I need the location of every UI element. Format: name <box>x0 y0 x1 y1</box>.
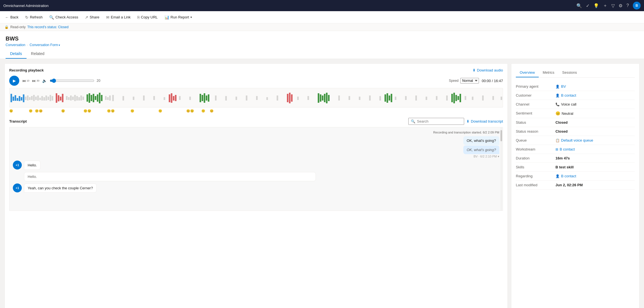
svg-rect-31 <box>318 93 319 103</box>
svg-rect-29 <box>206 95 207 101</box>
svg-rect-53 <box>39 98 41 100</box>
svg-rect-0 <box>11 94 12 102</box>
play-button[interactable]: ▶ <box>9 76 19 86</box>
svg-rect-5 <box>21 97 22 101</box>
readonly-banner: 🔒 Read-only This record's status: Closed <box>0 23 644 31</box>
right-panel: Overview Metrics Sessions Primary agent … <box>511 63 640 308</box>
svg-rect-86 <box>277 95 278 101</box>
primary-agent-link[interactable]: BV <box>561 84 566 89</box>
svg-rect-41 <box>451 94 453 102</box>
seek-slider[interactable] <box>50 78 94 83</box>
svg-rect-45 <box>459 94 461 102</box>
svg-rect-25 <box>101 95 102 101</box>
filter-icon[interactable]: ▽ <box>611 3 615 8</box>
speed-select[interactable]: Normal 0.5x 0.75x 1.25x 1.5x 2x <box>460 78 479 83</box>
customer-link[interactable]: B contact <box>561 93 576 97</box>
svg-rect-22 <box>95 96 96 100</box>
copy-icon: ⎘ <box>137 15 140 20</box>
refresh-button[interactable]: ↻ Refresh <box>22 14 46 21</box>
info-row-queue: Queue 📋 Default voice queue <box>516 136 635 145</box>
svg-rect-87 <box>297 97 299 100</box>
workstream-link[interactable]: B contact <box>560 147 575 151</box>
regarding-link[interactable]: B contact <box>561 174 576 178</box>
tab-related[interactable]: Related <box>27 49 49 59</box>
volume-button[interactable]: 🔈 <box>42 78 47 83</box>
skip-back-icon: ⏮ <box>22 78 26 83</box>
svg-rect-65 <box>76 96 78 101</box>
svg-rect-97 <box>426 97 427 100</box>
svg-rect-16 <box>289 93 291 103</box>
plus-icon[interactable]: ＋ <box>603 3 607 9</box>
tab-overview[interactable]: Overview <box>516 68 539 77</box>
queue-link[interactable]: Default voice queue <box>561 138 593 142</box>
search-icon[interactable]: 🔍 <box>576 3 582 8</box>
info-row-channel: Channel 📞 Voice call <box>516 100 635 109</box>
bubble-right-ghost-1: OK, what's going? <box>463 145 499 154</box>
svg-rect-91 <box>359 97 361 100</box>
checkmark-circle-icon[interactable]: ✓ <box>586 3 590 8</box>
breadcrumb: Conversation · Conversation Form ▾ <box>6 43 638 47</box>
svg-rect-10 <box>62 94 64 102</box>
copy-url-button[interactable]: ⎘ Copy URL <box>135 14 161 21</box>
top-navbar: Omnichannel Administration 🔍 ✓ 💡 ＋ ▽ ⚙ ?… <box>0 0 644 11</box>
customer-person-icon: 👤 <box>555 94 560 97</box>
search-input[interactable] <box>417 119 462 123</box>
email-link-button[interactable]: ✉ Email a Link <box>103 14 133 21</box>
svg-rect-28 <box>204 93 205 103</box>
info-row-customer: Customer 👤 B contact <box>516 91 635 100</box>
download-transcript-button[interactable]: ⬇ Download transcript <box>466 119 503 123</box>
svg-rect-3 <box>17 98 18 101</box>
app-title: Omnichannel Administration <box>3 4 49 8</box>
svg-rect-47 <box>27 95 29 101</box>
skip-back-button[interactable]: ⏮ 10 <box>22 78 29 83</box>
lightbulb-icon[interactable]: 💡 <box>593 3 599 8</box>
user-avatar[interactable]: B <box>633 2 641 9</box>
scroll-indicator <box>500 127 502 211</box>
svg-rect-77 <box>164 97 165 100</box>
share-button[interactable]: ↗ Share <box>82 14 102 21</box>
toolbar: ← Back ↻ Refresh 🔍 Check Access ↗ Share … <box>0 11 644 23</box>
svg-rect-56 <box>46 95 47 101</box>
svg-rect-15 <box>287 94 288 102</box>
svg-rect-44 <box>457 96 459 100</box>
workstream-icon: ⊞ <box>555 147 558 151</box>
svg-rect-93 <box>380 96 381 101</box>
svg-rect-32 <box>320 94 321 102</box>
svg-rect-89 <box>338 95 340 101</box>
bubble-left-1: Hello. <box>24 161 40 170</box>
download-audio-button[interactable]: ⬇ Download audio <box>473 68 503 72</box>
svg-rect-37 <box>385 94 386 102</box>
tab-metrics[interactable]: Metrics <box>539 68 558 77</box>
svg-rect-48 <box>29 97 31 100</box>
transcript-controls: 🔍 ⬇ Download transcript <box>408 118 503 125</box>
check-access-icon: 🔍 <box>49 15 54 20</box>
svg-rect-49 <box>31 96 33 100</box>
settings-icon[interactable]: ⚙ <box>619 3 622 8</box>
breadcrumb-conversation[interactable]: Conversation <box>6 43 25 47</box>
message-left-1: +1 Hello. <box>13 161 499 170</box>
transcript-header: Transcript 🔍 ⬇ Download transcript <box>9 118 503 125</box>
svg-rect-73 <box>123 96 124 101</box>
svg-rect-69 <box>105 96 107 100</box>
back-button[interactable]: ← Back <box>2 14 21 21</box>
svg-rect-21 <box>93 94 94 102</box>
run-report-button[interactable]: 📊 Run Report ▾ <box>162 14 195 21</box>
tab-details[interactable]: Details <box>6 49 27 59</box>
svg-rect-83 <box>246 95 247 101</box>
help-icon[interactable]: ? <box>626 3 629 8</box>
tab-sessions[interactable]: Sessions <box>558 68 581 77</box>
breadcrumb-form-dropdown[interactable]: Conversation Form ▾ <box>30 43 60 47</box>
svg-rect-58 <box>49 95 51 101</box>
info-row-sentiment: Sentiment 😐 Neutral <box>516 109 635 118</box>
bubble-left-echo-1: Hello. <box>24 172 316 181</box>
svg-rect-1 <box>13 97 14 101</box>
waveform-container[interactable] <box>9 88 503 108</box>
svg-rect-30 <box>208 94 209 102</box>
svg-rect-71 <box>109 95 111 101</box>
svg-rect-84 <box>256 96 258 100</box>
transcript-body: Recording and transcription started. 6/2… <box>9 127 503 211</box>
svg-rect-80 <box>215 95 217 101</box>
svg-rect-92 <box>369 95 371 101</box>
check-access-button[interactable]: 🔍 Check Access <box>46 14 81 21</box>
skip-forward-button[interactable]: ⏭ 30 <box>32 78 39 83</box>
